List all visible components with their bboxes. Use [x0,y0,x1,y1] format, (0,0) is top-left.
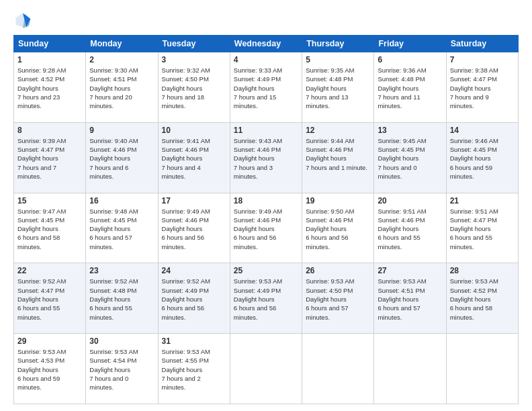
calendar-cell: 17 Sunrise: 9:49 AMSunset: 4:46 PMDaylig… [158,193,230,263]
day-number: 6 [378,55,442,64]
calendar-cell: 26 Sunrise: 9:53 AMSunset: 4:50 PMDaylig… [302,263,374,334]
cell-info: Sunrise: 9:40 AMSunset: 4:46 PMDaylight … [89,137,138,180]
cell-info: Sunrise: 9:53 AMSunset: 4:52 PMDaylight … [450,277,498,320]
cell-info: Sunrise: 9:52 AMSunset: 4:48 PMDaylight … [89,277,138,320]
cell-info: Sunrise: 9:38 AMSunset: 4:47 PMDaylight … [450,66,498,109]
header [13,11,519,30]
cell-info: Sunrise: 9:35 AMSunset: 4:48 PMDaylight … [306,66,354,109]
calendar-cell [230,334,302,404]
day-number: 30 [89,336,154,346]
cell-info: Sunrise: 9:32 AMSunset: 4:50 PMDaylight … [162,66,210,109]
day-number: 20 [378,196,442,205]
cell-info: Sunrise: 9:51 AMSunset: 4:47 PMDaylight … [450,208,498,250]
calendar-cell: 4 Sunrise: 9:33 AMSunset: 4:49 PMDayligh… [230,52,302,123]
col-header-saturday: Saturday [446,36,518,52]
calendar-cell: 21 Sunrise: 9:51 AMSunset: 4:47 PMDaylig… [446,193,518,263]
day-number: 9 [89,126,154,135]
day-number: 27 [378,266,442,275]
day-number: 4 [234,55,298,64]
calendar-cell: 6 Sunrise: 9:36 AMSunset: 4:48 PMDayligh… [374,52,446,123]
calendar-cell: 22 Sunrise: 9:52 AMSunset: 4:47 PMDaylig… [14,263,86,334]
col-header-thursday: Thursday [302,36,374,52]
calendar-cell: 30 Sunrise: 9:53 AMSunset: 4:54 PMDaylig… [86,334,158,404]
cell-info: Sunrise: 9:46 AMSunset: 4:45 PMDaylight … [450,137,498,180]
page: SundayMondayTuesdayWednesdayThursdayFrid… [0,0,532,411]
day-number: 21 [450,196,515,205]
day-number: 10 [162,126,226,135]
cell-info: Sunrise: 9:49 AMSunset: 4:46 PMDaylight … [234,208,282,250]
cell-info: Sunrise: 9:53 AMSunset: 4:53 PMDaylight … [17,348,66,391]
cell-info: Sunrise: 9:30 AMSunset: 4:51 PMDaylight … [89,66,138,109]
cell-info: Sunrise: 9:45 AMSunset: 4:45 PMDaylight … [378,137,426,180]
calendar-cell: 11 Sunrise: 9:43 AMSunset: 4:46 PMDaylig… [230,122,302,193]
cell-info: Sunrise: 9:28 AMSunset: 4:52 PMDaylight … [17,66,66,109]
logo-icon [13,11,32,30]
day-number: 15 [17,196,82,205]
col-header-wednesday: Wednesday [230,36,302,52]
calendar-cell [374,334,446,404]
calendar-cell: 14 Sunrise: 9:46 AMSunset: 4:45 PMDaylig… [446,122,518,193]
day-number: 31 [162,336,226,346]
day-number: 24 [162,266,226,275]
day-number: 14 [450,126,515,135]
cell-info: Sunrise: 9:52 AMSunset: 4:49 PMDaylight … [162,277,210,320]
calendar-cell: 10 Sunrise: 9:41 AMSunset: 4:46 PMDaylig… [158,122,230,193]
calendar-cell: 31 Sunrise: 9:53 AMSunset: 4:55 PMDaylig… [158,334,230,404]
calendar-cell: 9 Sunrise: 9:40 AMSunset: 4:46 PMDayligh… [86,122,158,193]
cell-info: Sunrise: 9:53 AMSunset: 4:49 PMDaylight … [234,277,282,320]
calendar-cell: 1 Sunrise: 9:28 AMSunset: 4:52 PMDayligh… [14,52,86,123]
day-number: 16 [89,196,154,205]
calendar-cell: 18 Sunrise: 9:49 AMSunset: 4:46 PMDaylig… [230,193,302,263]
calendar-week-row: 8 Sunrise: 9:39 AMSunset: 4:47 PMDayligh… [14,122,519,193]
calendar-cell: 15 Sunrise: 9:47 AMSunset: 4:45 PMDaylig… [14,193,86,263]
calendar-cell: 8 Sunrise: 9:39 AMSunset: 4:47 PMDayligh… [14,122,86,193]
cell-info: Sunrise: 9:33 AMSunset: 4:49 PMDaylight … [234,66,282,109]
logo [13,11,35,30]
day-number: 2 [89,55,154,64]
cell-info: Sunrise: 9:50 AMSunset: 4:46 PMDaylight … [306,208,354,250]
calendar-week-row: 29 Sunrise: 9:53 AMSunset: 4:53 PMDaylig… [14,334,519,404]
day-number: 18 [234,196,298,205]
day-number: 28 [450,266,515,275]
cell-info: Sunrise: 9:39 AMSunset: 4:47 PMDaylight … [17,137,66,180]
calendar-cell: 23 Sunrise: 9:52 AMSunset: 4:48 PMDaylig… [86,263,158,334]
cell-info: Sunrise: 9:49 AMSunset: 4:46 PMDaylight … [162,208,210,250]
cell-info: Sunrise: 9:53 AMSunset: 4:51 PMDaylight … [378,277,426,320]
day-number: 19 [306,196,370,205]
calendar-header-row: SundayMondayTuesdayWednesdayThursdayFrid… [14,36,519,52]
cell-info: Sunrise: 9:53 AMSunset: 4:55 PMDaylight … [162,348,210,391]
day-number: 8 [17,126,82,135]
calendar-cell: 7 Sunrise: 9:38 AMSunset: 4:47 PMDayligh… [446,52,518,123]
calendar-table: SundayMondayTuesdayWednesdayThursdayFrid… [13,35,519,404]
day-number: 26 [306,266,370,275]
day-number: 13 [378,126,442,135]
cell-info: Sunrise: 9:47 AMSunset: 4:45 PMDaylight … [17,208,66,250]
day-number: 12 [306,126,370,135]
col-header-monday: Monday [86,36,158,52]
calendar-cell [446,334,518,404]
col-header-friday: Friday [374,36,446,52]
cell-info: Sunrise: 9:53 AMSunset: 4:50 PMDaylight … [306,277,354,320]
cell-info: Sunrise: 9:52 AMSunset: 4:47 PMDaylight … [17,277,66,320]
col-header-tuesday: Tuesday [158,36,230,52]
calendar-cell: 24 Sunrise: 9:52 AMSunset: 4:49 PMDaylig… [158,263,230,334]
cell-info: Sunrise: 9:43 AMSunset: 4:46 PMDaylight … [234,137,282,180]
calendar-week-row: 1 Sunrise: 9:28 AMSunset: 4:52 PMDayligh… [14,52,519,123]
day-number: 11 [234,126,298,135]
calendar-cell: 19 Sunrise: 9:50 AMSunset: 4:46 PMDaylig… [302,193,374,263]
day-number: 17 [162,196,226,205]
calendar-cell [302,334,374,404]
calendar-cell: 20 Sunrise: 9:51 AMSunset: 4:46 PMDaylig… [374,193,446,263]
day-number: 7 [450,55,515,64]
cell-info: Sunrise: 9:51 AMSunset: 4:46 PMDaylight … [378,208,426,250]
calendar-cell: 2 Sunrise: 9:30 AMSunset: 4:51 PMDayligh… [86,52,158,123]
day-number: 3 [162,55,226,64]
calendar-cell: 16 Sunrise: 9:48 AMSunset: 4:45 PMDaylig… [86,193,158,263]
calendar-cell: 5 Sunrise: 9:35 AMSunset: 4:48 PMDayligh… [302,52,374,123]
day-number: 25 [234,266,298,275]
day-number: 5 [306,55,370,64]
calendar-cell: 13 Sunrise: 9:45 AMSunset: 4:45 PMDaylig… [374,122,446,193]
calendar-cell: 27 Sunrise: 9:53 AMSunset: 4:51 PMDaylig… [374,263,446,334]
day-number: 23 [89,266,154,275]
cell-info: Sunrise: 9:36 AMSunset: 4:48 PMDaylight … [378,66,426,109]
